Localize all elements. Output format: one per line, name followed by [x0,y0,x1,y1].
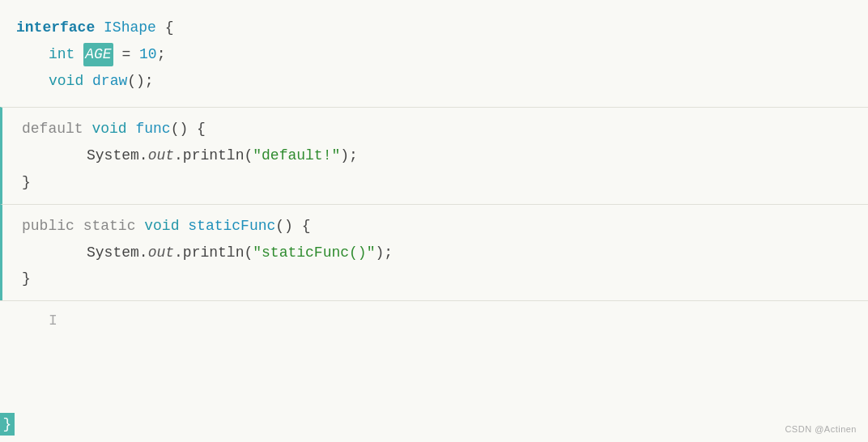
semicolon: ; [157,43,166,66]
close-interface-bracket: } [0,413,15,436]
close-brace-default: } [22,171,31,194]
constant-age: AGE [83,43,113,66]
default-method-block: default void func () { System.out.printl… [0,107,868,203]
func-parens-brace: () { [171,117,206,141]
code-editor: interface IShape { int AGE = 10 ; void d… [0,0,868,442]
line-draw: void draw (); [0,68,868,95]
static-method-block: public static void staticFunc () { Syste… [0,204,868,300]
equals: = [121,43,130,66]
watermark: CSDN @Actinen [785,423,857,437]
method-static-func: staticFunc [188,215,275,238]
keyword-void: void [49,70,83,93]
keyword-public: public [22,215,74,238]
out-italic-default: out [148,144,174,168]
cursor-block: I [0,300,868,341]
close-default: ); [340,144,358,168]
string-static: "staticFunc()" [253,241,375,265]
close-brace-static: } [22,267,31,291]
class-name-ishape: IShape [104,16,156,40]
line-close-static: } [2,266,868,292]
line-close-default: } [2,169,868,196]
cursor-i: I [49,309,57,333]
open-brace: { [165,16,174,40]
out-italic-static: out [148,241,174,265]
println-default: .println( [174,144,253,168]
string-default: "default!" [253,144,340,168]
draw-parens: (); [127,70,153,93]
method-draw: draw [92,70,127,93]
keyword-void-default: void [91,117,126,141]
println-static: .println( [174,241,253,265]
keyword-default: default [22,117,83,141]
line-cursor: I [0,308,868,334]
close-static: ); [375,241,393,265]
system-text-default: System. [87,144,148,168]
line-default-func: default void func () { [2,116,868,142]
line-system-out-default: System.out.println("default!"); [2,142,868,169]
line-interface: interface IShape { [0,15,868,41]
system-text-static: System. [87,241,148,265]
line-system-out-static: System.out.println("staticFunc()"); [2,240,868,266]
line-age: int AGE = 10 ; [0,41,868,68]
interface-block: interface IShape { int AGE = 10 ; void d… [0,8,868,107]
method-func: func [135,117,170,141]
keyword-int: int [49,43,74,66]
keyword-static: static [83,215,136,238]
keyword-interface: interface [16,16,95,40]
value-10: 10 [139,43,157,66]
keyword-void-static: void [144,215,179,238]
line-static-func: public static void staticFunc () { [2,213,868,240]
static-parens-brace: () { [275,215,310,238]
